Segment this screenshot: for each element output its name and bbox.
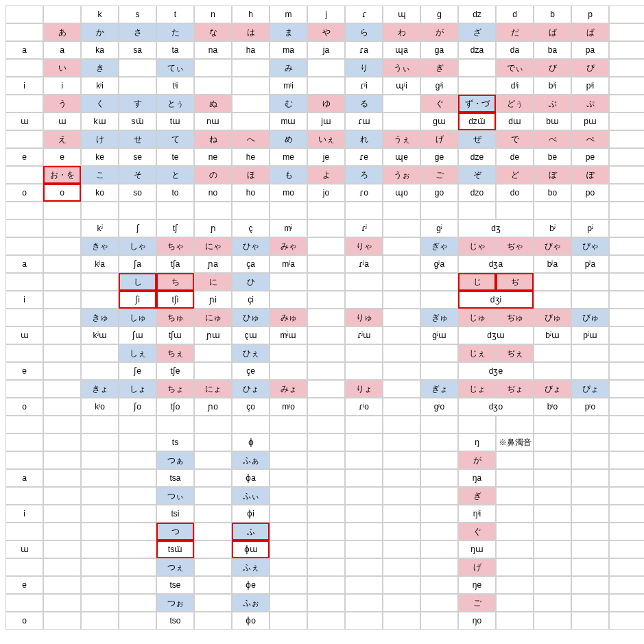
kana-cell: ぴゃ bbox=[571, 237, 609, 255]
ipa-cell: ʃɯ bbox=[119, 326, 156, 344]
col-header: p bbox=[571, 5, 609, 23]
bg-cell bbox=[496, 576, 534, 594]
bg-cell bbox=[609, 398, 644, 416]
bg-cell bbox=[345, 576, 383, 594]
col-header: dʒ bbox=[458, 219, 534, 237]
kana-cell: う bbox=[43, 95, 81, 112]
kana-cell: つぇ bbox=[156, 558, 194, 576]
bg-cell bbox=[270, 540, 307, 558]
bg-cell bbox=[307, 273, 345, 291]
bg-cell bbox=[383, 487, 420, 505]
bg-cell bbox=[420, 540, 458, 558]
kana-cell: しぇ bbox=[119, 344, 156, 362]
kana-cell: ぎゃ bbox=[420, 237, 458, 255]
kana-cell: うぃ bbox=[383, 59, 420, 77]
bg-cell bbox=[496, 469, 534, 487]
kana-cell: びゃ bbox=[534, 237, 571, 255]
bg-cell bbox=[609, 5, 644, 23]
ipa-cell: to bbox=[156, 184, 194, 202]
col-header: g bbox=[420, 5, 458, 23]
kana-cell: つぃ bbox=[156, 487, 194, 505]
ipa-cell: bɯ bbox=[534, 112, 571, 130]
bg-cell bbox=[458, 77, 496, 95]
kana-cell: と bbox=[156, 166, 194, 184]
bg-cell bbox=[609, 612, 644, 630]
bg-cell bbox=[609, 505, 644, 523]
bg-cell bbox=[345, 469, 383, 487]
kana-cell: じぇ bbox=[458, 344, 496, 362]
bg-cell bbox=[307, 202, 345, 219]
ipa-cell: tʃe bbox=[156, 362, 194, 380]
bg-cell bbox=[5, 219, 43, 237]
bg-cell bbox=[119, 469, 156, 487]
bg-cell bbox=[81, 505, 119, 523]
ipa-cell: ʃo bbox=[119, 398, 156, 416]
bg-cell bbox=[232, 95, 270, 112]
ipa-cell: ne bbox=[194, 148, 232, 166]
bg-cell bbox=[194, 416, 232, 433]
bg-cell bbox=[119, 558, 156, 576]
kana-cell: びゅ bbox=[534, 309, 571, 326]
kana-cell: べ bbox=[534, 130, 571, 148]
ipa-cell: ɯ bbox=[43, 112, 81, 130]
bg-cell bbox=[571, 291, 609, 309]
ipa-cell: tso bbox=[156, 612, 194, 630]
kana-cell: み bbox=[270, 59, 307, 77]
ipa-cell: dʒi bbox=[458, 291, 534, 309]
ipa-cell: ɾe bbox=[345, 148, 383, 166]
ipa-cell: he bbox=[232, 148, 270, 166]
bg-cell bbox=[383, 362, 420, 380]
bg-cell bbox=[534, 416, 571, 433]
ipa-cell: kʲi bbox=[81, 77, 119, 95]
bg-cell bbox=[383, 95, 420, 112]
kana-cell: ちゅ bbox=[156, 309, 194, 326]
ipa-cell: me bbox=[270, 148, 307, 166]
bg-cell bbox=[609, 41, 644, 59]
bg-cell bbox=[156, 202, 194, 219]
kana-cell: ば bbox=[534, 23, 571, 41]
bg-cell bbox=[496, 612, 534, 630]
ipa-cell: ɾʲi bbox=[345, 77, 383, 95]
bg-cell bbox=[345, 433, 383, 451]
ipa-cell: tʲi bbox=[156, 77, 194, 95]
bg-cell bbox=[609, 184, 644, 202]
bg-cell bbox=[420, 576, 458, 594]
bg-cell bbox=[81, 202, 119, 219]
bg-cell bbox=[81, 416, 119, 433]
col-header: dz bbox=[458, 5, 496, 23]
bg-cell bbox=[609, 166, 644, 184]
bg-cell bbox=[383, 576, 420, 594]
bg-cell bbox=[609, 237, 644, 255]
kana-cell: ひゃ bbox=[232, 237, 270, 255]
bg-cell bbox=[609, 362, 644, 380]
kana-cell: ち bbox=[156, 273, 194, 291]
bg-cell bbox=[119, 612, 156, 630]
bg-cell bbox=[119, 416, 156, 433]
bg-cell bbox=[609, 416, 644, 433]
ipa-cell: dʒa bbox=[458, 255, 534, 273]
ipa-cell: kʲa bbox=[81, 255, 119, 273]
bg-cell bbox=[609, 112, 644, 130]
kana-cell: びゅ bbox=[571, 309, 609, 326]
bg-cell bbox=[307, 540, 345, 558]
kana-cell: じゅ bbox=[458, 309, 496, 326]
bg-cell bbox=[345, 505, 383, 523]
vowel-label: ɯ bbox=[5, 540, 43, 558]
bg-cell bbox=[5, 309, 43, 326]
ipa-cell: ge bbox=[420, 148, 458, 166]
bg-cell bbox=[534, 576, 571, 594]
kana-cell: が bbox=[458, 451, 496, 469]
bg-cell bbox=[345, 523, 383, 540]
ipa-cell: ɲɯ bbox=[194, 326, 232, 344]
nasal-note: ※鼻濁音 bbox=[496, 433, 609, 451]
kana-cell: つ bbox=[156, 523, 194, 540]
bg-cell bbox=[571, 612, 609, 630]
bg-cell bbox=[194, 594, 232, 612]
kana-cell: じょ bbox=[458, 380, 496, 398]
bg-cell bbox=[609, 95, 644, 112]
bg-cell bbox=[307, 362, 345, 380]
kana-cell: うぉ bbox=[383, 166, 420, 184]
ipa-cell: pʲɯ bbox=[571, 326, 609, 344]
kana-cell: ぶ bbox=[534, 95, 571, 112]
ipa-cell: mʲa bbox=[270, 255, 307, 273]
